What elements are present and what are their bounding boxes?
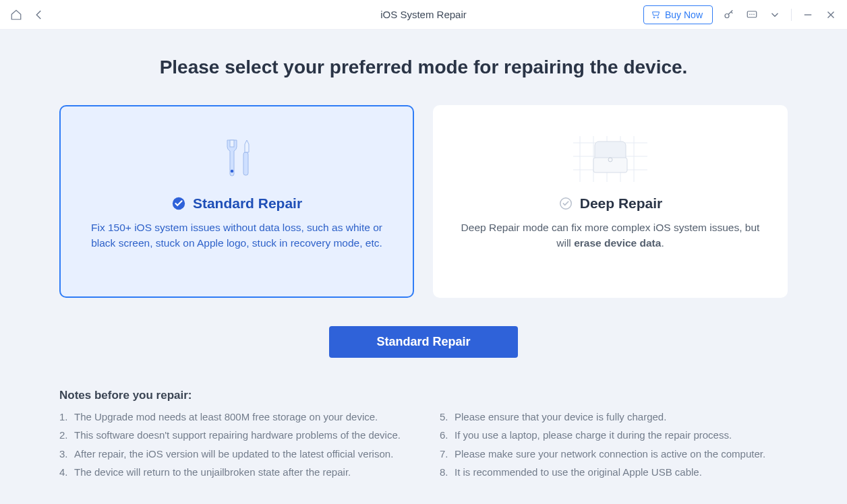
cart-icon [651,9,661,20]
note-item: 6.If you use a laptop, please charge it … [440,427,788,443]
note-item: 8.It is recommended to use the original … [440,464,788,480]
note-item: 4.The device will return to the unjailbr… [59,464,407,480]
mode-standard-desc: Fix 150+ iOS system issues without data … [85,220,388,251]
mode-deep-title: Deep Repair [580,195,663,212]
mode-standard-title: Standard Repair [193,195,302,212]
start-repair-button[interactable]: Standard Repair [329,326,517,358]
notes-section: Notes before you repair: 1.The Upgrade m… [59,389,788,482]
minimize-icon[interactable] [801,8,815,22]
buy-now-label: Buy Now [665,9,703,20]
mode-cards: Standard Repair Fix 150+ iOS system issu… [59,105,788,298]
note-item: 2.This software doesn't support repairin… [59,427,407,443]
notes-left-col: 1.The Upgrade mod needs at least 800M fr… [59,409,407,482]
wrench-screwdriver-icon [85,127,388,191]
separator [791,9,792,21]
window-title: iOS System Repair [380,9,467,20]
svg-point-2 [725,13,729,18]
check-circle-outline-icon [558,196,573,211]
mode-deep-desc: Deep Repair mode can fix more complex iO… [459,220,762,251]
home-icon[interactable] [9,8,23,22]
svg-point-6 [231,170,233,172]
note-item: 1.The Upgrade mod needs at least 800M fr… [59,409,407,424]
notes-right-col: 5.Please ensure that your device is full… [440,409,788,482]
notes-title: Notes before you repair: [59,389,788,402]
buy-now-button[interactable]: Buy Now [643,5,713,24]
svg-point-1 [658,17,659,18]
key-icon[interactable] [722,8,736,22]
note-item: 7.Please make sure your network connecti… [440,446,788,462]
chevron-down-icon[interactable] [768,8,782,22]
mode-card-standard[interactable]: Standard Repair Fix 150+ iOS system issu… [59,105,414,298]
svg-rect-5 [243,152,248,175]
device-grid-icon [459,127,762,191]
back-icon[interactable] [32,8,46,22]
svg-rect-4 [230,140,234,147]
svg-point-0 [653,17,655,18]
page-headline: Please select your preferred mode for re… [59,57,788,78]
check-circle-icon [171,196,186,211]
svg-rect-17 [593,158,627,172]
main-content: Please select your preferred mode for re… [0,30,847,482]
note-item: 5.Please ensure that your device is full… [440,409,788,424]
close-icon[interactable] [824,8,838,22]
feedback-icon[interactable] [745,8,759,22]
note-item: 3.After repair, the iOS version will be … [59,446,407,462]
title-bar: iOS System Repair Buy Now [0,0,847,30]
mode-card-deep[interactable]: Deep Repair Deep Repair mode can fix mor… [433,105,788,298]
